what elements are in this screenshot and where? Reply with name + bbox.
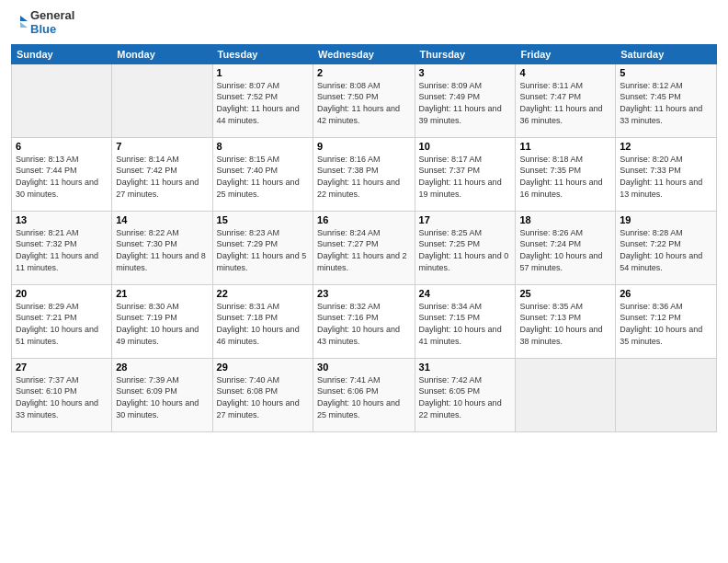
header-day-friday: Friday <box>516 44 616 63</box>
day-number: 20 <box>16 288 108 299</box>
calendar-table: SundayMondayTuesdayWednesdayThursdayFrid… <box>11 44 717 432</box>
day-info: Sunrise: 7:39 AMSunset: 6:09 PMDaylight:… <box>116 374 208 420</box>
day-number: 11 <box>519 141 611 152</box>
header: General Blue <box>11 9 717 37</box>
calendar-cell: 2Sunrise: 8:08 AMSunset: 7:50 PMDaylight… <box>313 63 415 137</box>
day-number: 29 <box>217 362 309 373</box>
calendar-cell: 27Sunrise: 7:37 AMSunset: 6:10 PMDayligh… <box>12 358 112 431</box>
day-number: 26 <box>620 288 712 299</box>
calendar-cell: 12Sunrise: 8:20 AMSunset: 7:33 PMDayligh… <box>616 137 717 211</box>
day-number: 1 <box>217 67 309 78</box>
day-info: Sunrise: 8:15 AMSunset: 7:40 PMDaylight:… <box>217 154 309 200</box>
day-info: Sunrise: 8:36 AMSunset: 7:12 PMDaylight:… <box>620 301 712 347</box>
day-number: 28 <box>116 362 208 373</box>
day-number: 25 <box>519 288 611 299</box>
calendar-cell: 19Sunrise: 8:28 AMSunset: 7:22 PMDayligh… <box>616 211 717 284</box>
day-number: 21 <box>116 288 208 299</box>
calendar-cell: 3Sunrise: 8:09 AMSunset: 7:49 PMDaylight… <box>415 63 516 137</box>
calendar-cell: 14Sunrise: 8:22 AMSunset: 7:30 PMDayligh… <box>112 211 212 284</box>
calendar-cell: 10Sunrise: 8:17 AMSunset: 7:37 PMDayligh… <box>415 137 516 211</box>
day-info: Sunrise: 8:14 AMSunset: 7:42 PMDaylight:… <box>116 154 208 200</box>
day-number: 31 <box>419 362 512 373</box>
day-info: Sunrise: 8:29 AMSunset: 7:21 PMDaylight:… <box>16 301 108 347</box>
day-number: 27 <box>16 362 108 373</box>
day-info: Sunrise: 8:28 AMSunset: 7:22 PMDaylight:… <box>620 227 712 273</box>
day-info: Sunrise: 8:30 AMSunset: 7:19 PMDaylight:… <box>116 301 208 347</box>
day-info: Sunrise: 8:20 AMSunset: 7:33 PMDaylight:… <box>620 154 712 200</box>
day-number: 8 <box>217 141 309 152</box>
day-info: Sunrise: 8:12 AMSunset: 7:45 PMDaylight:… <box>620 80 712 126</box>
logo: General Blue <box>11 9 74 37</box>
header-day-monday: Monday <box>112 44 212 63</box>
calendar-cell: 16Sunrise: 8:24 AMSunset: 7:27 PMDayligh… <box>313 211 415 284</box>
calendar-cell: 1Sunrise: 8:07 AMSunset: 7:52 PMDaylight… <box>212 63 313 137</box>
day-info: Sunrise: 8:11 AMSunset: 7:47 PMDaylight:… <box>519 80 611 126</box>
day-number: 24 <box>419 288 512 299</box>
day-info: Sunrise: 7:37 AMSunset: 6:10 PMDaylight:… <box>16 374 108 420</box>
calendar-cell <box>12 63 112 137</box>
day-info: Sunrise: 8:08 AMSunset: 7:50 PMDaylight:… <box>317 80 411 126</box>
day-number: 2 <box>317 67 411 78</box>
day-info: Sunrise: 8:31 AMSunset: 7:18 PMDaylight:… <box>217 301 309 347</box>
day-number: 3 <box>419 67 512 78</box>
day-info: Sunrise: 8:32 AMSunset: 7:16 PMDaylight:… <box>317 301 411 347</box>
day-number: 14 <box>116 214 208 225</box>
day-number: 23 <box>317 288 411 299</box>
calendar-cell: 15Sunrise: 8:23 AMSunset: 7:29 PMDayligh… <box>212 211 313 284</box>
day-info: Sunrise: 8:17 AMSunset: 7:37 PMDaylight:… <box>419 154 512 200</box>
day-number: 13 <box>16 214 108 225</box>
svg-marker-1 <box>20 22 28 28</box>
day-info: Sunrise: 8:24 AMSunset: 7:27 PMDaylight:… <box>317 227 411 273</box>
day-number: 9 <box>317 141 411 152</box>
day-info: Sunrise: 7:41 AMSunset: 6:06 PMDaylight:… <box>317 374 411 420</box>
week-row-5: 27Sunrise: 7:37 AMSunset: 6:10 PMDayligh… <box>12 358 717 431</box>
header-day-wednesday: Wednesday <box>313 44 415 63</box>
week-row-1: 1Sunrise: 8:07 AMSunset: 7:52 PMDaylight… <box>12 63 717 137</box>
calendar-cell: 13Sunrise: 8:21 AMSunset: 7:32 PMDayligh… <box>12 211 112 284</box>
header-day-thursday: Thursday <box>415 44 516 63</box>
day-info: Sunrise: 7:40 AMSunset: 6:08 PMDaylight:… <box>217 374 309 420</box>
day-number: 17 <box>419 214 512 225</box>
header-day-sunday: Sunday <box>12 44 112 63</box>
day-number: 22 <box>217 288 309 299</box>
calendar-cell: 8Sunrise: 8:15 AMSunset: 7:40 PMDaylight… <box>212 137 313 211</box>
calendar-cell <box>516 358 616 431</box>
calendar-cell: 7Sunrise: 8:14 AMSunset: 7:42 PMDaylight… <box>112 137 212 211</box>
day-info: Sunrise: 8:25 AMSunset: 7:25 PMDaylight:… <box>419 227 512 273</box>
calendar-cell: 31Sunrise: 7:42 AMSunset: 6:05 PMDayligh… <box>415 358 516 431</box>
day-number: 10 <box>419 141 512 152</box>
day-info: Sunrise: 8:22 AMSunset: 7:30 PMDaylight:… <box>116 227 208 273</box>
calendar-cell: 11Sunrise: 8:18 AMSunset: 7:35 PMDayligh… <box>516 137 616 211</box>
calendar-cell: 17Sunrise: 8:25 AMSunset: 7:25 PMDayligh… <box>415 211 516 284</box>
day-number: 16 <box>317 214 411 225</box>
calendar-cell <box>616 358 717 431</box>
day-info: Sunrise: 8:21 AMSunset: 7:32 PMDaylight:… <box>16 227 108 273</box>
header-row: SundayMondayTuesdayWednesdayThursdayFrid… <box>12 44 717 63</box>
day-info: Sunrise: 8:34 AMSunset: 7:15 PMDaylight:… <box>419 301 512 347</box>
day-info: Sunrise: 7:42 AMSunset: 6:05 PMDaylight:… <box>419 374 512 420</box>
day-number: 18 <box>519 214 611 225</box>
calendar-cell: 25Sunrise: 8:35 AMSunset: 7:13 PMDayligh… <box>516 284 616 358</box>
day-info: Sunrise: 8:35 AMSunset: 7:13 PMDaylight:… <box>519 301 611 347</box>
calendar-cell: 20Sunrise: 8:29 AMSunset: 7:21 PMDayligh… <box>12 284 112 358</box>
calendar-cell: 5Sunrise: 8:12 AMSunset: 7:45 PMDaylight… <box>616 63 717 137</box>
calendar-cell: 28Sunrise: 7:39 AMSunset: 6:09 PMDayligh… <box>112 358 212 431</box>
calendar-cell: 21Sunrise: 8:30 AMSunset: 7:19 PMDayligh… <box>112 284 212 358</box>
calendar-cell: 22Sunrise: 8:31 AMSunset: 7:18 PMDayligh… <box>212 284 313 358</box>
day-info: Sunrise: 8:16 AMSunset: 7:38 PMDaylight:… <box>317 154 411 200</box>
calendar-cell: 23Sunrise: 8:32 AMSunset: 7:16 PMDayligh… <box>313 284 415 358</box>
header-day-tuesday: Tuesday <box>212 44 313 63</box>
calendar-cell: 29Sunrise: 7:40 AMSunset: 6:08 PMDayligh… <box>212 358 313 431</box>
week-row-2: 6Sunrise: 8:13 AMSunset: 7:44 PMDaylight… <box>12 137 717 211</box>
day-number: 12 <box>620 141 712 152</box>
calendar-cell: 30Sunrise: 7:41 AMSunset: 6:06 PMDayligh… <box>313 358 415 431</box>
calendar-cell: 24Sunrise: 8:34 AMSunset: 7:15 PMDayligh… <box>415 284 516 358</box>
day-number: 19 <box>620 214 712 225</box>
logo-bird-icon <box>11 14 28 32</box>
day-number: 5 <box>620 67 712 78</box>
calendar-cell: 6Sunrise: 8:13 AMSunset: 7:44 PMDaylight… <box>12 137 112 211</box>
calendar-cell <box>112 63 212 137</box>
day-info: Sunrise: 8:26 AMSunset: 7:24 PMDaylight:… <box>519 227 611 273</box>
svg-marker-0 <box>20 16 28 21</box>
header-day-saturday: Saturday <box>616 44 717 63</box>
